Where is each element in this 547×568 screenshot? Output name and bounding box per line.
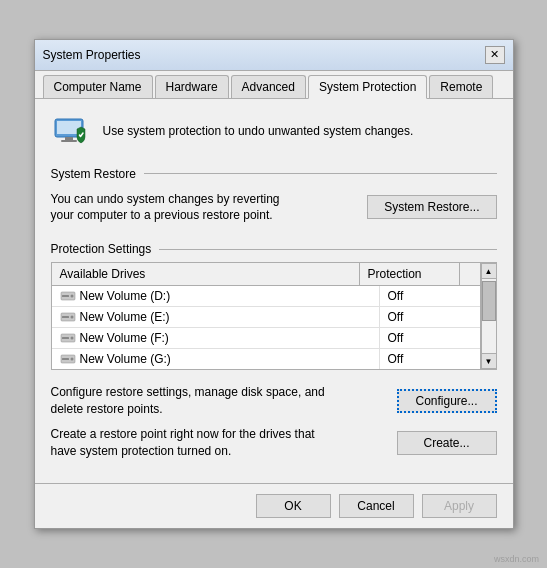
window-title: System Properties [43, 48, 141, 62]
table-body: New Volume (D:) Off New [52, 286, 480, 369]
drive-icon [60, 332, 76, 344]
svg-point-5 [70, 295, 73, 298]
drive-g-label: New Volume (G:) [80, 352, 171, 366]
tab-content: Use system protection to undo unwanted s… [35, 99, 513, 480]
scroll-down-arrow[interactable]: ▼ [481, 353, 497, 369]
system-properties-dialog: System Properties ✕ Computer Name Hardwa… [34, 39, 514, 530]
table-row[interactable]: New Volume (F:) Off [52, 328, 480, 349]
svg-point-8 [70, 316, 73, 319]
col-protection: Protection [360, 263, 460, 285]
protection-g-cell: Off [380, 349, 480, 369]
create-row: Create a restore point right now for the… [51, 426, 497, 460]
watermark: wsxdn.com [494, 554, 539, 564]
svg-point-11 [70, 337, 73, 340]
dialog-buttons: OK Cancel Apply [35, 483, 513, 528]
header-description: Use system protection to undo unwanted s… [103, 124, 414, 138]
configure-row: Configure restore settings, manage disk … [51, 384, 497, 418]
drives-table-wrapper: Available Drives Protection New [51, 262, 497, 370]
tab-system-protection[interactable]: System Protection [308, 75, 427, 99]
protection-d-cell: Off [380, 286, 480, 306]
scrollbar[interactable]: ▲ ▼ [481, 262, 497, 370]
drive-e-cell: New Volume (E:) [52, 307, 380, 327]
drive-f-cell: New Volume (F:) [52, 328, 380, 348]
svg-rect-9 [62, 316, 69, 318]
tab-advanced[interactable]: Advanced [231, 75, 306, 98]
shield-computer-icon [51, 111, 91, 151]
tab-computer-name[interactable]: Computer Name [43, 75, 153, 98]
system-restore-section: System Restore You can undo system chang… [51, 167, 497, 229]
protection-settings-title: Protection Settings [51, 242, 497, 256]
table-header: Available Drives Protection [52, 263, 480, 286]
system-restore-button[interactable]: System Restore... [367, 195, 496, 219]
system-restore-title: System Restore [51, 167, 497, 181]
drive-icon [60, 353, 76, 365]
configure-button[interactable]: Configure... [397, 389, 497, 413]
protection-f-cell: Off [380, 328, 480, 348]
create-button[interactable]: Create... [397, 431, 497, 455]
protection-e-cell: Off [380, 307, 480, 327]
tab-hardware[interactable]: Hardware [155, 75, 229, 98]
svg-rect-2 [65, 137, 73, 140]
drive-icon [60, 311, 76, 323]
svg-rect-15 [62, 358, 69, 360]
col-available-drives: Available Drives [52, 263, 360, 285]
table-row[interactable]: New Volume (G:) Off [52, 349, 480, 369]
drive-icon [60, 290, 76, 302]
drive-e-label: New Volume (E:) [80, 310, 170, 324]
drive-d-label: New Volume (D:) [80, 289, 171, 303]
apply-button[interactable]: Apply [422, 494, 497, 518]
svg-point-14 [70, 358, 73, 361]
scroll-thumb[interactable] [482, 281, 496, 321]
table-row[interactable]: New Volume (D:) Off [52, 286, 480, 307]
drives-table: Available Drives Protection New [51, 262, 481, 370]
tab-remote[interactable]: Remote [429, 75, 493, 98]
title-bar: System Properties ✕ [35, 40, 513, 71]
tab-bar: Computer Name Hardware Advanced System P… [35, 71, 513, 99]
title-bar-controls: ✕ [485, 46, 505, 64]
protection-icon-area [51, 111, 91, 151]
svg-rect-12 [62, 337, 69, 339]
drive-f-label: New Volume (F:) [80, 331, 169, 345]
ok-button[interactable]: OK [256, 494, 331, 518]
system-restore-description: You can undo system changes by reverting… [51, 191, 280, 225]
svg-rect-3 [61, 140, 77, 142]
system-restore-row: You can undo system changes by reverting… [51, 187, 497, 229]
header-section: Use system protection to undo unwanted s… [51, 111, 497, 151]
protection-settings-section: Protection Settings Available Drives Pro… [51, 242, 497, 370]
cancel-button[interactable]: Cancel [339, 494, 414, 518]
drive-d-cell: New Volume (D:) [52, 286, 380, 306]
drive-g-cell: New Volume (G:) [52, 349, 380, 369]
scroll-up-arrow[interactable]: ▲ [481, 263, 497, 279]
create-description: Create a restore point right now for the… [51, 426, 315, 460]
scroll-track[interactable] [482, 279, 496, 353]
close-button[interactable]: ✕ [485, 46, 505, 64]
svg-rect-6 [62, 295, 69, 297]
configure-description: Configure restore settings, manage disk … [51, 384, 325, 418]
table-row[interactable]: New Volume (E:) Off [52, 307, 480, 328]
